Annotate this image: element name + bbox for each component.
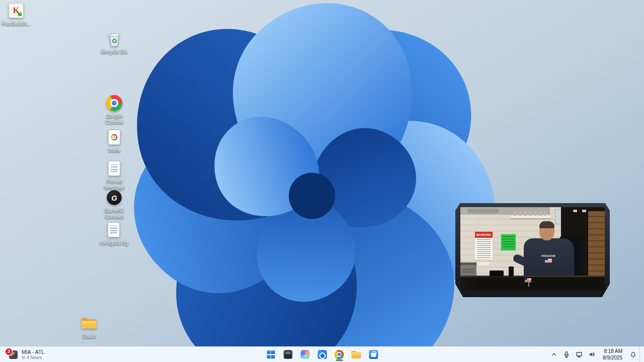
desktop: K FootSwitch... ♻ Recycle Bin Google Chr… [0, 0, 644, 362]
tray-volume-button[interactable] [586, 349, 598, 360]
webcam-overlay: WARNING FREEDOM [455, 203, 610, 297]
recycle-bin-icon: ♻ [106, 30, 123, 47]
person-head [539, 222, 554, 240]
file-explorer-icon [352, 351, 361, 358]
clock[interactable]: 8:18 AM 8/9/2025 [601, 347, 624, 361]
clock-time: 8:18 AM [604, 348, 622, 354]
taskbar-app-file-explorer[interactable] [350, 348, 363, 361]
clock-date: 8/9/2025 [603, 354, 622, 361]
microphone-on-desk [509, 266, 514, 277]
desktop-icon-google-chrome[interactable]: Google Chrome [98, 95, 130, 126]
shirt-flag [545, 258, 552, 262]
footswitch-icon: K [9, 3, 24, 18]
copilot-icon [300, 350, 309, 359]
desktop-icon-label: GameSir Connect [99, 208, 130, 220]
widget-title: MIA - ATL [22, 349, 44, 355]
warning-poster: WARNING [474, 231, 493, 260]
chrome-icon [106, 95, 122, 111]
desktop-icon-david-folder[interactable]: David [73, 315, 105, 340]
widgets-icon: 3 [9, 350, 18, 359]
notification-badge: 3 [6, 348, 12, 355]
webcam-scene: WARNING FREEDOM [460, 207, 605, 291]
desk-item [490, 270, 504, 277]
chrome-mini-icon [111, 134, 118, 141]
taskbar-app-copilot[interactable] [298, 348, 312, 361]
footswitch-glyph: K [13, 6, 19, 15]
taskbar-app-dark[interactable] [281, 348, 295, 361]
desktop-icon-footswitch[interactable]: K FootSwitch... [0, 2, 32, 27]
svg-text:♻: ♻ [111, 37, 117, 45]
desktop-icon-label: configold.cfg [100, 240, 128, 246]
desk-flag [525, 278, 533, 287]
desktop-icon-label: Google Chrome [99, 114, 130, 126]
green-sign [500, 233, 517, 251]
gamesir-glyph: G [111, 194, 117, 202]
desktop-icon-index[interactable]: Index [98, 129, 130, 154]
chevron-up-icon [550, 351, 557, 358]
shelf-items [514, 211, 546, 216]
tray-chevron-button[interactable] [548, 349, 560, 360]
wood-door [588, 211, 605, 284]
dark-app-icon [283, 350, 292, 359]
small-label [477, 261, 490, 266]
microphone-icon [563, 351, 570, 358]
show-desktop-button[interactable] [639, 347, 642, 362]
shelf [511, 216, 551, 218]
bell-icon [630, 351, 636, 358]
outlook-icon [317, 350, 327, 359]
text-file-icon [108, 161, 120, 176]
taskbar: 3 MIA - ATL In 4 hours [0, 346, 644, 362]
desktop-icon-label: David [83, 334, 96, 340]
desktop-icon-label: Recycle Bin [101, 49, 128, 55]
widgets-button[interactable]: 3 MIA - ATL In 4 hours [4, 348, 48, 361]
config-file-icon [108, 222, 120, 237]
start-button[interactable] [264, 348, 278, 361]
volume-icon [588, 351, 595, 358]
html-file-icon [108, 130, 120, 145]
notification-bell-button[interactable] [627, 349, 639, 360]
shirt-graphic: FREEDOM [538, 254, 559, 262]
store-icon [369, 350, 378, 359]
tray-mic-button[interactable] [560, 349, 573, 360]
warning-poster-text: WARNING [475, 232, 493, 238]
desktop-icon-label: Index [108, 148, 120, 154]
duct [467, 209, 499, 213]
desktop-icon-configold[interactable]: configold.cfg [98, 221, 130, 246]
desktop-icon-gamesir-connect[interactable]: G GameSir Connect [98, 189, 130, 220]
shirt-text: FREEDOM [541, 254, 555, 257]
desktop-icon-pinned-message[interactable]: Pinned Message [98, 160, 130, 191]
folder-icon [80, 315, 98, 332]
taskbar-app-store[interactable] [367, 348, 380, 361]
display-icon [576, 351, 583, 358]
widget-subtitle: In 4 hours [22, 355, 44, 360]
taskbar-app-outlook[interactable] [315, 348, 329, 361]
desktop-icon-recycle-bin[interactable]: ♻ Recycle Bin [98, 30, 130, 55]
gamesir-icon: G [107, 190, 122, 205]
taskbar-app-chrome[interactable] [333, 348, 346, 361]
tray-display-button[interactable] [573, 349, 585, 360]
desktop-icon-label: FootSwitch... [2, 21, 31, 27]
chrome-icon [335, 350, 344, 359]
windows-logo-icon [267, 350, 275, 358]
